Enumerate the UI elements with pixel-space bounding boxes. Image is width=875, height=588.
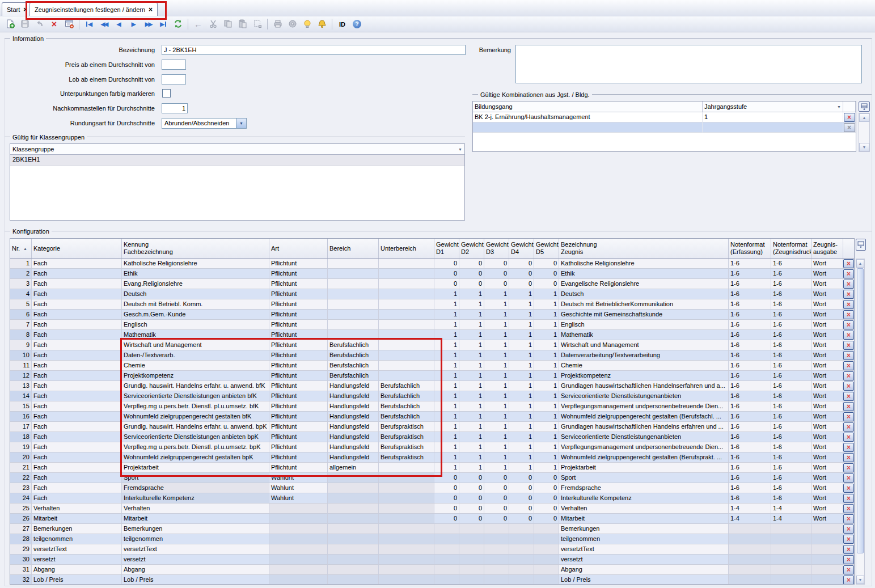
cell-ausgabe[interactable]: Wort bbox=[811, 504, 843, 514]
delete-row-button[interactable]: × bbox=[843, 535, 854, 544]
cell-unterbereich[interactable] bbox=[379, 320, 434, 330]
cell-kennung[interactable]: Serviceorientierte Dienstleistungen anbi… bbox=[122, 391, 269, 401]
cell-d3[interactable]: 1 bbox=[484, 381, 509, 391]
cell-kategorie[interactable]: Fach bbox=[32, 371, 122, 381]
new-record-button[interactable] bbox=[3, 18, 17, 31]
cell-d4[interactable]: 0 bbox=[509, 279, 534, 289]
delete-row-button[interactable]: × bbox=[843, 514, 854, 523]
cell-bereich[interactable]: Handlungsfeld bbox=[328, 422, 379, 432]
cell-nf_erfassung[interactable]: 1-6 bbox=[729, 452, 771, 463]
cell-kennung[interactable]: Deutsch bbox=[122, 289, 269, 299]
cell-d5[interactable]: 1 bbox=[534, 391, 559, 401]
cell-art[interactable]: Pflichtunt bbox=[269, 330, 328, 340]
cell-art[interactable]: Pflichtunt bbox=[269, 463, 328, 473]
cell-bezeichnung[interactable]: teilgenommen bbox=[559, 534, 729, 544]
cell-nr[interactable]: 14 bbox=[10, 391, 32, 401]
cell-d2[interactable]: 0 bbox=[459, 259, 484, 269]
cell-kategorie[interactable]: Fach bbox=[32, 401, 122, 412]
cell-nf_druck[interactable]: 1-6 bbox=[771, 493, 811, 504]
cell-kennung[interactable]: Wohnumfeld zielgruppengerecht gestalten … bbox=[122, 412, 269, 422]
cell-d5[interactable]: 0 bbox=[534, 473, 559, 483]
cell-ausgabe[interactable]: Wort bbox=[811, 452, 843, 463]
cell-unterbereich[interactable] bbox=[379, 350, 434, 361]
cell-d3[interactable]: 0 bbox=[484, 514, 509, 524]
cell-art[interactable]: Pflichtunt bbox=[269, 401, 328, 412]
cell-d5[interactable]: 1 bbox=[534, 350, 559, 361]
cell-d3[interactable]: 1 bbox=[484, 401, 509, 412]
cell-d2[interactable]: 1 bbox=[459, 320, 484, 330]
cell-kategorie[interactable]: Fach bbox=[32, 361, 122, 371]
scrollbar-down-icon[interactable]: ▼ bbox=[856, 576, 864, 584]
cell-kennung[interactable]: Verhalten bbox=[122, 504, 269, 514]
delete-row-button[interactable]: × bbox=[843, 412, 854, 421]
cell-nf_erfassung[interactable]: 1-6 bbox=[729, 422, 771, 432]
cell-bildungsgang[interactable] bbox=[473, 122, 703, 133]
column-header-art[interactable]: Art bbox=[269, 239, 328, 258]
cell-d3[interactable]: 1 bbox=[484, 391, 509, 401]
cell-ausgabe[interactable]: Wort bbox=[811, 330, 843, 340]
cell-nf_druck[interactable]: 1-6 bbox=[771, 350, 811, 361]
cell-nf_druck[interactable]: 1-4 bbox=[771, 504, 811, 514]
cell-unterbereich[interactable] bbox=[379, 259, 434, 269]
cell-nf_erfassung[interactable]: 1-6 bbox=[729, 493, 771, 504]
hint-bulb-button[interactable] bbox=[300, 18, 314, 31]
cell-bereich[interactable]: Handlungsfeld bbox=[328, 401, 379, 412]
column-header-ausgabe[interactable]: Zeugnis-ausgabe bbox=[811, 239, 843, 258]
cell-d3[interactable]: 1 bbox=[484, 442, 509, 452]
cell-d5[interactable]: 1 bbox=[534, 289, 559, 299]
cell-ausgabe[interactable]: Wort bbox=[811, 473, 843, 483]
kombinationen-scrollbar[interactable]: ▲ ▼ bbox=[859, 113, 870, 152]
cell-d4[interactable]: 1 bbox=[509, 310, 534, 320]
cell-kategorie[interactable]: Fach bbox=[32, 422, 122, 432]
cell-bereich[interactable]: Handlungsfeld bbox=[328, 381, 379, 391]
cell-nr[interactable]: 20 bbox=[10, 452, 32, 463]
cell-kategorie[interactable]: Fach bbox=[32, 330, 122, 340]
cell-ausgabe[interactable]: Wort bbox=[811, 279, 843, 289]
cell-d2[interactable]: 1 bbox=[459, 330, 484, 340]
cell-d1[interactable]: 1 bbox=[434, 432, 459, 442]
cell-bereich[interactable]: Berufsfachlich bbox=[328, 371, 379, 381]
cell-nr[interactable]: 9 bbox=[10, 340, 32, 350]
cell-unterbereich[interactable] bbox=[379, 463, 434, 473]
cell-d5[interactable]: 0 bbox=[534, 483, 559, 493]
cell-d2[interactable]: 0 bbox=[459, 493, 484, 504]
cell-d3[interactable]: 1 bbox=[484, 463, 509, 473]
cell-d4[interactable]: 0 bbox=[509, 269, 534, 279]
id-tool-button[interactable]: ID bbox=[335, 18, 349, 31]
column-header-unterbereich[interactable]: Unterbereich bbox=[379, 239, 434, 258]
cell-nf_erfassung[interactable]: 1-6 bbox=[729, 340, 771, 350]
cell-d3[interactable]: 1 bbox=[484, 432, 509, 442]
cell-nr[interactable]: 2 bbox=[10, 269, 32, 279]
cell-d5[interactable]: 1 bbox=[534, 432, 559, 442]
cell-nr[interactable]: 23 bbox=[10, 483, 32, 493]
cell-nr[interactable]: 26 bbox=[10, 514, 32, 524]
delete-row-button[interactable]: × bbox=[843, 545, 854, 554]
cell-d5[interactable]: 0 bbox=[534, 493, 559, 504]
cell-ausgabe[interactable]: Wort bbox=[811, 442, 843, 452]
delete-row-button[interactable]: × bbox=[843, 371, 854, 380]
cell-d5[interactable]: 1 bbox=[534, 381, 559, 391]
cell-d4[interactable]: 1 bbox=[509, 299, 534, 310]
cell-kennung[interactable]: Bemerkungen bbox=[122, 524, 269, 534]
cell-d1[interactable]: 0 bbox=[434, 493, 459, 504]
cell-nr[interactable]: 25 bbox=[10, 504, 32, 514]
cell-kategorie[interactable]: teilgenommen bbox=[32, 534, 122, 544]
cell-d5[interactable]: 0 bbox=[534, 279, 559, 289]
cell-unterbereich[interactable] bbox=[379, 330, 434, 340]
cell-nr[interactable]: 31 bbox=[10, 565, 32, 575]
help-button[interactable]: ? bbox=[350, 18, 364, 31]
cell-nf_druck[interactable]: 1-6 bbox=[771, 412, 811, 422]
cell-bezeichnung[interactable]: Englisch bbox=[559, 320, 729, 330]
cell-nf_erfassung[interactable]: 1-6 bbox=[729, 361, 771, 371]
cell-unterbereich[interactable] bbox=[379, 371, 434, 381]
cell-art[interactable]: Wahlunt bbox=[269, 493, 328, 504]
delete-row-button[interactable]: × bbox=[843, 463, 854, 472]
cell-unterbereich[interactable] bbox=[379, 340, 434, 350]
cell-d2[interactable]: 0 bbox=[459, 483, 484, 493]
delete-row-button[interactable]: × bbox=[843, 300, 854, 309]
column-header-d5[interactable]: GewichtD5 bbox=[534, 239, 559, 258]
cell-nf_erfassung[interactable]: 1-6 bbox=[729, 279, 771, 289]
cell-kategorie[interactable]: Lob / Preis bbox=[32, 575, 122, 585]
delete-row-button[interactable]: × bbox=[843, 484, 854, 493]
tab-start[interactable]: Start × bbox=[2, 2, 32, 16]
